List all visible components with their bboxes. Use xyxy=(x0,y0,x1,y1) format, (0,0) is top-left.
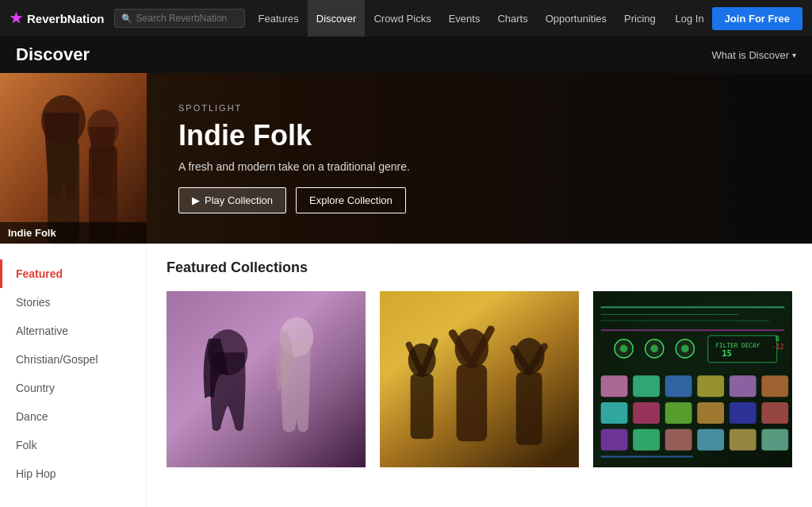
svg-rect-28 xyxy=(601,329,785,331)
sidebar-item-hip-hop[interactable]: Hip Hop xyxy=(0,459,146,488)
svg-rect-49 xyxy=(697,402,724,424)
collection-card-2-image xyxy=(380,288,579,471)
logo-star-icon: ★ xyxy=(10,10,22,27)
sidebar-item-christian-gospel[interactable]: Christian/Gospel xyxy=(0,345,146,374)
svg-point-30 xyxy=(620,345,628,353)
explore-collection-button[interactable]: Explore Collection xyxy=(296,187,406,213)
svg-rect-50 xyxy=(730,402,756,424)
svg-rect-48 xyxy=(665,402,692,424)
page-title: Discover xyxy=(16,44,90,65)
what-is-discover-button[interactable]: What is Discover ▾ xyxy=(711,49,796,61)
nav-charts[interactable]: Charts xyxy=(488,0,536,36)
collections-grid: FILTER DECAY 15 8 -12 xyxy=(167,288,792,471)
nav-features[interactable]: Features xyxy=(250,0,308,36)
svg-text:-12: -12 xyxy=(772,343,784,351)
nav-discover[interactable]: Discover xyxy=(308,0,366,36)
svg-rect-26 xyxy=(601,314,739,315)
sidebar: Featured Stories Alternative Christian/G… xyxy=(0,244,147,507)
section-title: Featured Collections xyxy=(167,259,792,276)
collection-card-1-image xyxy=(167,288,366,471)
svg-rect-53 xyxy=(633,429,660,451)
brand-logo[interactable]: ★ ReverbNation xyxy=(10,10,105,27)
join-button[interactable]: Join For Free xyxy=(712,7,802,30)
svg-rect-54 xyxy=(665,429,692,451)
svg-rect-5 xyxy=(0,73,147,244)
login-button[interactable]: Log In xyxy=(675,13,703,25)
search-icon: 🔍 xyxy=(121,13,132,24)
sidebar-item-alternative[interactable]: Alternative xyxy=(0,317,146,345)
svg-rect-25 xyxy=(601,306,785,308)
brand-name: ReverbNation xyxy=(27,12,105,25)
svg-rect-41 xyxy=(633,375,660,397)
spotlight-buttons: ▶ Play Collection Explore Collection xyxy=(178,187,410,213)
svg-rect-46 xyxy=(601,402,628,424)
svg-rect-55 xyxy=(697,429,724,451)
svg-rect-52 xyxy=(601,429,628,451)
spotlight-heading: Indie Folk xyxy=(178,119,410,152)
spotlight-image: Indie Folk xyxy=(0,73,147,244)
svg-rect-47 xyxy=(633,402,660,424)
svg-rect-23 xyxy=(380,291,579,467)
svg-rect-9 xyxy=(167,291,366,467)
discover-header: Discover What is Discover ▾ xyxy=(0,36,812,73)
collection-card-3-image: FILTER DECAY 15 8 -12 xyxy=(593,288,792,471)
svg-rect-56 xyxy=(730,429,756,451)
svg-rect-45 xyxy=(761,375,788,397)
svg-rect-27 xyxy=(601,321,769,321)
sidebar-item-country[interactable]: Country xyxy=(0,374,146,402)
spotlight-tag: SPOTLIGHT xyxy=(178,103,410,113)
svg-rect-44 xyxy=(730,375,756,397)
sidebar-item-featured[interactable]: Featured xyxy=(0,259,146,288)
search-box[interactable]: 🔍 xyxy=(114,9,245,28)
navbar: ★ ReverbNation 🔍 Features Discover Crowd… xyxy=(0,0,812,36)
sidebar-item-stories[interactable]: Stories xyxy=(0,288,146,317)
svg-point-34 xyxy=(681,345,689,353)
nav-events[interactable]: Events xyxy=(440,0,489,36)
svg-point-32 xyxy=(650,345,658,353)
collection-card-1[interactable] xyxy=(167,288,366,471)
svg-rect-40 xyxy=(601,375,628,397)
svg-rect-51 xyxy=(761,402,788,424)
collection-card-2[interactable] xyxy=(380,288,579,471)
sidebar-item-dance[interactable]: Dance xyxy=(0,402,146,431)
caret-icon: ▾ xyxy=(792,51,796,60)
svg-rect-57 xyxy=(761,429,788,451)
content-area: Featured Stories Alternative Christian/G… xyxy=(0,244,812,507)
nav-right: Log In Join For Free xyxy=(675,7,802,30)
nav-crowd-picks[interactable]: Crowd Picks xyxy=(365,0,439,36)
collection-card-3[interactable]: FILTER DECAY 15 8 -12 xyxy=(593,288,792,471)
svg-rect-42 xyxy=(665,375,692,397)
search-input[interactable] xyxy=(136,13,238,24)
sidebar-item-folk[interactable]: Folk xyxy=(0,431,146,459)
svg-text:15: 15 xyxy=(722,348,732,359)
nav-opportunities[interactable]: Opportunities xyxy=(537,0,615,36)
spotlight-content: SPOTLIGHT Indie Folk A fresh and modern … xyxy=(147,87,442,229)
play-collection-button[interactable]: ▶ Play Collection xyxy=(178,187,286,213)
svg-rect-43 xyxy=(697,375,724,397)
spotlight-label: Indie Folk xyxy=(0,222,147,244)
play-icon: ▶ xyxy=(192,194,200,206)
spotlight-artwork xyxy=(0,73,147,244)
spotlight-section: Indie Folk SPOTLIGHT Indie Folk A fresh … xyxy=(0,73,812,244)
svg-rect-58 xyxy=(601,456,693,458)
spotlight-description: A fresh and modern take on a traditional… xyxy=(178,160,410,173)
main-content: Featured Collections xyxy=(147,244,812,507)
nav-pricing[interactable]: Pricing xyxy=(615,0,665,36)
nav-links: Features Discover Crowd Picks Events Cha… xyxy=(250,0,671,36)
what-is-discover-label: What is Discover xyxy=(711,49,789,61)
svg-text:8: 8 xyxy=(776,335,779,343)
